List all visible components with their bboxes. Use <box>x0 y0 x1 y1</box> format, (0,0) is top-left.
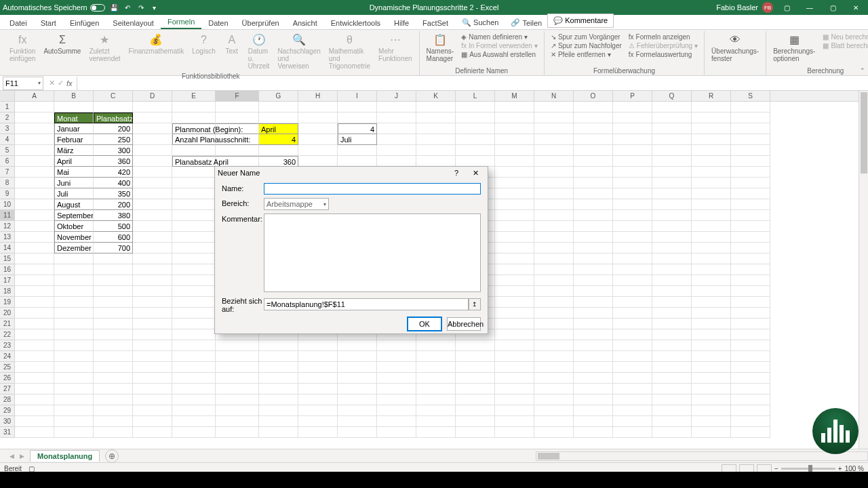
cell[interactable]: 500 <box>94 221 133 232</box>
cell[interactable] <box>298 373 338 384</box>
cell[interactable]: 420 <box>94 167 133 178</box>
cell[interactable] <box>652 427 692 438</box>
cell[interactable] <box>495 253 534 264</box>
cell[interactable] <box>456 340 495 351</box>
cell[interactable] <box>377 362 416 373</box>
cell[interactable] <box>731 221 770 232</box>
cell[interactable] <box>416 394 456 405</box>
cell[interactable]: 380 <box>94 210 133 221</box>
cell[interactable] <box>652 286 692 297</box>
row-header[interactable]: 12 <box>0 221 15 232</box>
use-in-formula-button[interactable]: fx In Formel verwenden ▾ <box>459 41 540 50</box>
row-header[interactable]: 20 <box>0 308 15 319</box>
cell[interactable] <box>172 329 216 340</box>
cell[interactable] <box>259 373 298 384</box>
cell[interactable] <box>652 145 692 156</box>
cell[interactable] <box>172 253 216 264</box>
cell[interactable] <box>377 384 416 394</box>
autosum-button[interactable]: ΣAutoSumme <box>41 31 83 56</box>
cell[interactable]: Januar <box>54 123 94 134</box>
cell[interactable] <box>495 351 534 362</box>
cell[interactable] <box>298 384 338 394</box>
row-header[interactable]: 1 <box>0 102 15 113</box>
cell[interactable]: 600 <box>94 232 133 243</box>
cell[interactable] <box>15 210 54 221</box>
cell[interactable]: 360 <box>259 156 298 167</box>
cell[interactable] <box>534 199 574 210</box>
cell[interactable] <box>172 113 216 123</box>
cell[interactable] <box>416 123 456 134</box>
cell[interactable] <box>692 134 731 145</box>
cell[interactable] <box>216 102 259 113</box>
column-header[interactable]: I <box>338 91 377 101</box>
cell[interactable] <box>731 329 770 340</box>
select-all-corner[interactable] <box>0 91 15 101</box>
cell[interactable] <box>216 416 259 427</box>
cell[interactable] <box>613 297 652 308</box>
cell[interactable] <box>377 145 416 156</box>
cell[interactable] <box>731 297 770 308</box>
cell[interactable] <box>692 286 731 297</box>
cell[interactable] <box>133 102 172 113</box>
cell[interactable]: Juli <box>54 188 94 199</box>
cell[interactable] <box>534 384 574 394</box>
cell[interactable] <box>54 102 94 113</box>
cell[interactable] <box>377 123 416 134</box>
row-header[interactable]: 19 <box>0 297 15 308</box>
cell[interactable] <box>298 123 338 134</box>
tab-ansicht[interactable]: Ansicht <box>286 17 324 29</box>
cell[interactable] <box>338 427 377 438</box>
cell[interactable] <box>133 427 172 438</box>
cell[interactable] <box>574 286 613 297</box>
cell[interactable] <box>15 275 54 286</box>
cell[interactable] <box>534 134 574 145</box>
row-header[interactable]: 5 <box>0 145 15 156</box>
comments-button[interactable]: 💬 Kommentare <box>547 14 614 28</box>
cell[interactable] <box>692 145 731 156</box>
cell[interactable] <box>731 102 770 113</box>
cell[interactable]: 250 <box>94 134 133 145</box>
cell[interactable] <box>94 102 133 113</box>
cell[interactable] <box>652 264 692 275</box>
cell[interactable] <box>574 113 613 123</box>
cell[interactable] <box>15 394 54 405</box>
column-header[interactable]: C <box>94 91 133 101</box>
cell[interactable] <box>613 232 652 243</box>
cell[interactable] <box>613 384 652 394</box>
cell[interactable] <box>133 340 172 351</box>
cell[interactable] <box>15 362 54 373</box>
cell[interactable] <box>692 394 731 405</box>
cell[interactable] <box>534 286 574 297</box>
row-header[interactable]: 24 <box>0 351 15 362</box>
cell[interactable] <box>216 394 259 405</box>
cell[interactable] <box>54 286 94 297</box>
cell[interactable] <box>731 416 770 427</box>
cell[interactable] <box>574 243 613 253</box>
cell[interactable] <box>652 351 692 362</box>
cell[interactable] <box>534 308 574 319</box>
cell[interactable] <box>534 221 574 232</box>
cell[interactable] <box>54 319 94 329</box>
row-header[interactable]: 30 <box>0 416 15 427</box>
cell[interactable] <box>456 113 495 123</box>
cell[interactable] <box>652 319 692 329</box>
cell[interactable] <box>652 373 692 384</box>
cell[interactable]: 4 <box>259 134 298 145</box>
cell[interactable] <box>692 329 731 340</box>
ok-button[interactable]: OK <box>408 317 441 331</box>
cell[interactable] <box>133 264 172 275</box>
cell[interactable] <box>298 394 338 405</box>
cell[interactable] <box>172 340 216 351</box>
cell[interactable] <box>416 416 456 427</box>
tab-seitenlayout[interactable]: Seitenlayout <box>106 17 161 29</box>
cell[interactable] <box>416 373 456 384</box>
cell[interactable] <box>534 188 574 199</box>
cell[interactable] <box>652 405 692 416</box>
cell[interactable] <box>133 286 172 297</box>
cell[interactable] <box>652 275 692 286</box>
cell[interactable] <box>456 156 495 167</box>
zoom-slider[interactable] <box>781 468 835 470</box>
cell[interactable] <box>456 416 495 427</box>
row-header[interactable]: 22 <box>0 329 15 340</box>
cell[interactable] <box>534 123 574 134</box>
